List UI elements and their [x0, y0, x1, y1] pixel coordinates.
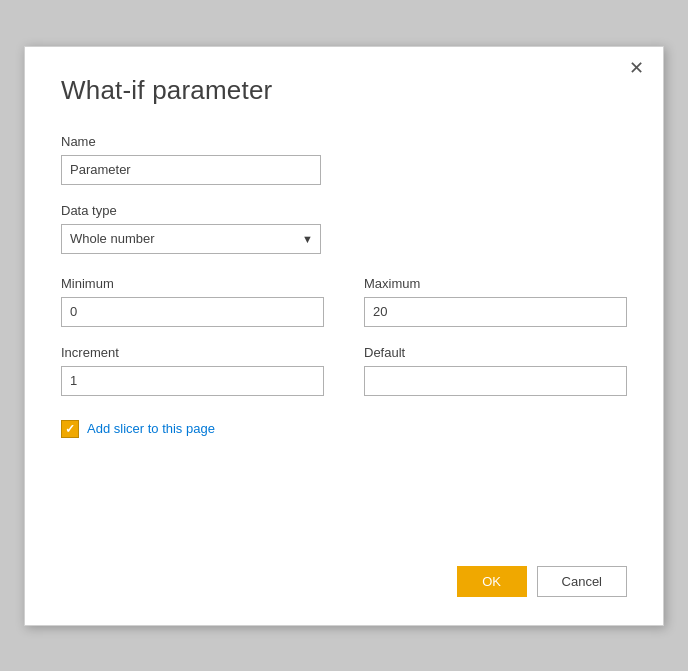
- default-label: Default: [364, 345, 627, 360]
- increment-group: Increment: [61, 345, 324, 396]
- what-if-dialog: ✕ What-if parameter Name Data type Whole…: [24, 46, 664, 626]
- maximum-input[interactable]: [364, 297, 627, 327]
- default-input[interactable]: [364, 366, 627, 396]
- minimum-label: Minimum: [61, 276, 324, 291]
- checkmark-icon: ✓: [65, 423, 75, 435]
- add-slicer-label[interactable]: Add slicer to this page: [87, 421, 215, 436]
- name-label: Name: [61, 134, 627, 149]
- name-section: Name: [61, 134, 627, 185]
- default-group: Default: [364, 345, 627, 396]
- min-max-row: Minimum Maximum: [61, 276, 627, 327]
- increment-default-row: Increment Default: [61, 345, 627, 396]
- close-button[interactable]: ✕: [624, 57, 649, 79]
- minimum-group: Minimum: [61, 276, 324, 327]
- add-slicer-row: ✓ Add slicer to this page: [61, 420, 627, 438]
- maximum-group: Maximum: [364, 276, 627, 327]
- dialog-title: What-if parameter: [61, 75, 627, 106]
- ok-button[interactable]: OK: [457, 566, 527, 597]
- data-type-select-wrapper: Whole number Decimal number Fixed decima…: [61, 224, 321, 254]
- data-type-select[interactable]: Whole number Decimal number Fixed decima…: [61, 224, 321, 254]
- dialog-footer: OK Cancel: [61, 536, 627, 597]
- increment-input[interactable]: [61, 366, 324, 396]
- cancel-button[interactable]: Cancel: [537, 566, 627, 597]
- data-type-section: Data type Whole number Decimal number Fi…: [61, 203, 627, 254]
- name-input[interactable]: [61, 155, 321, 185]
- minimum-input[interactable]: [61, 297, 324, 327]
- increment-label: Increment: [61, 345, 324, 360]
- add-slicer-checkbox[interactable]: ✓: [61, 420, 79, 438]
- data-type-label: Data type: [61, 203, 627, 218]
- maximum-label: Maximum: [364, 276, 627, 291]
